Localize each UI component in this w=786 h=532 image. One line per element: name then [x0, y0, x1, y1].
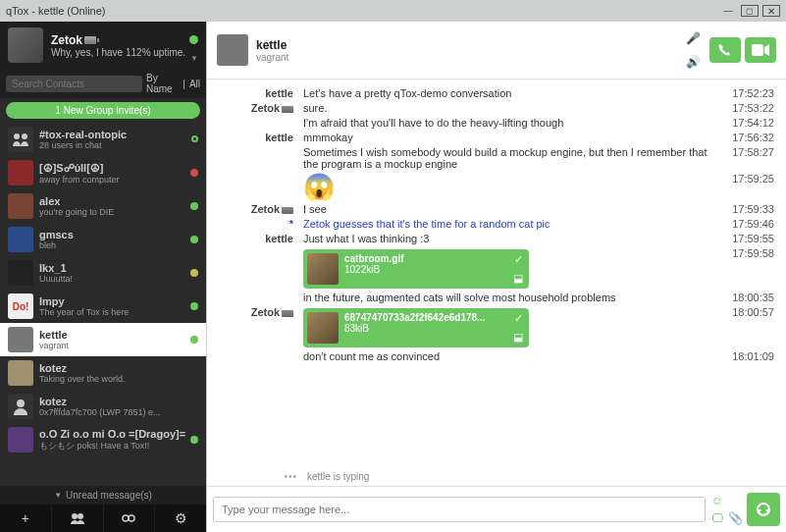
- filter-by-name[interactable]: By Name: [146, 73, 179, 94]
- message-body: 😱: [303, 173, 720, 200]
- chat-avatar[interactable]: [217, 34, 248, 66]
- contact-avatar: [8, 260, 33, 286]
- message-row: 😱17:59:25: [215, 173, 774, 200]
- add-friend-button[interactable]: +: [0, 505, 52, 532]
- group-invite-bar[interactable]: 1 New Group Invite(s): [6, 102, 200, 119]
- contact-item[interactable]: gmscsbleh: [0, 223, 206, 256]
- chat-panel: kettle vagrant 🎤 🔊 kettleLet's have a pr…: [206, 22, 786, 532]
- message-time: 17:52:23: [720, 87, 774, 99]
- contact-name: Ikx_1: [39, 262, 73, 274]
- message-row: kettleJust what I was thinking :317:59:5…: [215, 233, 774, 244]
- unread-bar[interactable]: Unread message(s): [0, 486, 206, 505]
- file-attachment[interactable]: 68747470733a2f2f642e6d178...83kiB✓⬓: [303, 308, 529, 347]
- file-thumbnail: [307, 253, 339, 285]
- save-icon[interactable]: ⬓: [513, 331, 523, 344]
- status-dot: [190, 202, 198, 210]
- file-size: 83kiB: [344, 323, 485, 334]
- message-time: 17:59:58: [720, 247, 774, 259]
- message-row: Sometimes I wish somebody would build a …: [215, 146, 774, 170]
- new-group-button[interactable]: [52, 505, 104, 532]
- status-dot: [190, 169, 198, 177]
- contact-status: vagrant: [39, 341, 69, 350]
- contact-item[interactable]: alexyou're going to DIE: [0, 189, 206, 223]
- attach-button[interactable]: 📎: [727, 510, 743, 526]
- contact-avatar: [8, 193, 33, 219]
- message-time: 17:59:25: [720, 173, 774, 185]
- contact-item[interactable]: o.O Zi o.o mi O.o =[Dragoy]=もシもシ poks! H…: [0, 423, 206, 456]
- message-body: sure.: [303, 102, 720, 114]
- status-dot: [190, 236, 198, 243]
- contact-status: away from computer: [39, 175, 120, 185]
- video-icon: [752, 44, 769, 56]
- svg-point-5: [123, 515, 129, 521]
- video-button[interactable]: [745, 37, 776, 63]
- message-time: 17:56:32: [720, 132, 774, 143]
- contact-status: 0x7fffda7fc700 (LWP 7851) e...: [39, 407, 160, 417]
- message-body: I'm afraid that you'll have to do the he…: [303, 117, 720, 129]
- filter-all[interactable]: All: [189, 79, 200, 89]
- contact-list[interactable]: #tox-real-ontopic28 users in chat[☮]S☍ύl…: [0, 123, 206, 486]
- message-time: 17:59:55: [720, 233, 774, 244]
- send-button[interactable]: [747, 493, 780, 526]
- screenshot-button[interactable]: 🖵: [709, 510, 725, 526]
- status-dot: [190, 269, 198, 277]
- contact-avatar: [8, 160, 33, 186]
- file-name: catbroom.gif: [344, 253, 404, 264]
- file-size: 1022kiB: [344, 264, 404, 275]
- contact-item[interactable]: [☮]S☍ύll[☮]away from computer: [0, 156, 206, 189]
- message-row: kettleLet's have a pretty qTox-demo conv…: [215, 87, 774, 99]
- mic-icon[interactable]: 🎤: [680, 27, 706, 49]
- status-dot: [191, 135, 198, 142]
- contact-status: The year of Tox is here: [39, 307, 129, 317]
- contact-name: kettle: [39, 329, 69, 341]
- message-author: Zetok: [215, 102, 303, 114]
- message-row: kettlemmmokay17:56:32: [215, 132, 774, 143]
- contact-item[interactable]: kettlevagrant: [0, 323, 206, 356]
- save-icon[interactable]: ⬓: [513, 272, 523, 285]
- contact-name: o.O Zi o.o mi O.o =[Dragoy]=: [39, 428, 185, 440]
- status-dot: [190, 302, 198, 310]
- chevron-down-icon[interactable]: ▼: [190, 54, 198, 63]
- settings-button[interactable]: ⚙: [155, 505, 206, 532]
- contact-name: #tox-real-ontopic: [39, 129, 127, 140]
- group-icon: [70, 511, 85, 525]
- battery-icon: [84, 36, 96, 44]
- self-avatar[interactable]: [8, 27, 43, 63]
- chat-log[interactable]: kettleLet's have a pretty qTox-demo conv…: [207, 80, 786, 467]
- window-minimize-button[interactable]: [719, 5, 737, 17]
- self-status-dot[interactable]: [189, 35, 198, 44]
- emoji-button[interactable]: ☺: [709, 493, 725, 508]
- file-name: 68747470733a2f2f642e6d178...: [344, 312, 485, 323]
- title-bar: qTox - kettle (Online): [0, 0, 786, 22]
- window-maximize-button[interactable]: [741, 5, 759, 17]
- contact-status: 28 users in chat: [39, 140, 127, 150]
- call-button[interactable]: [709, 37, 741, 63]
- chat-header: kettle vagrant 🎤 🔊: [207, 22, 786, 80]
- contact-item[interactable]: #tox-real-ontopic28 users in chat: [0, 123, 206, 156]
- contact-item[interactable]: Do!ImpyThe year of Tox is here: [0, 290, 206, 323]
- transfers-button[interactable]: [104, 505, 156, 532]
- volume-icon[interactable]: 🔊: [680, 51, 706, 73]
- file-attachment[interactable]: catbroom.gif1022kiB✓⬓: [303, 249, 529, 289]
- search-input[interactable]: [6, 76, 142, 92]
- window-close-button[interactable]: [762, 5, 780, 17]
- contact-item[interactable]: kotezTaking over the world.: [0, 356, 206, 390]
- phone-icon: [717, 42, 733, 58]
- message-author: kettle: [215, 132, 303, 143]
- contact-item[interactable]: Ikx_1Uuuutta!: [0, 256, 206, 290]
- contact-avatar: [8, 360, 33, 386]
- status-dot: [190, 436, 198, 444]
- message-input-bar: ☺ 🖵 📎: [207, 486, 786, 532]
- contact-status: you're going to DIE: [39, 207, 114, 217]
- message-input[interactable]: [213, 497, 706, 522]
- contact-avatar: [8, 127, 33, 152]
- message-body: I see: [303, 203, 720, 215]
- message-author: Zetok: [215, 306, 303, 318]
- self-name: Zetok: [51, 33, 82, 47]
- message-row: Zetoksure.17:53:22: [215, 102, 774, 114]
- svg-point-2: [17, 399, 25, 407]
- message-body: Sometimes I wish somebody would build a …: [303, 146, 720, 170]
- contact-item[interactable]: kotez0x7fffda7fc700 (LWP 7851) e...: [0, 390, 206, 423]
- message-body: Let's have a pretty qTox-demo conversati…: [303, 87, 720, 99]
- self-profile[interactable]: Zetok Why, yes, I have 112% uptime. ▼: [0, 22, 206, 69]
